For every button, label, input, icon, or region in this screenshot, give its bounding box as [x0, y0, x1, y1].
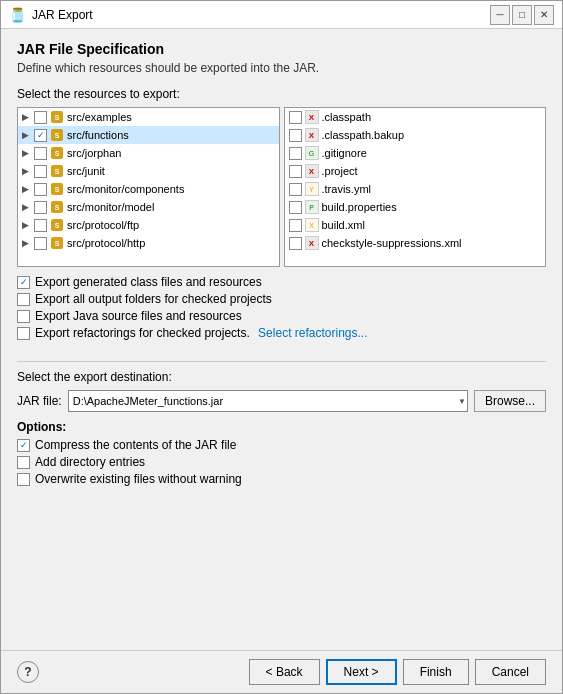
right-file-list[interactable]: X .classpath X .classpath.bakup G .gitig…: [284, 107, 547, 267]
item-checkbox[interactable]: [34, 201, 47, 214]
resources-panel: ▶ S src/examples ▶ S src/functions ▶ S s…: [17, 107, 546, 267]
page-subtitle: Define which resources should be exporte…: [17, 61, 546, 75]
item-checkbox[interactable]: [289, 237, 302, 250]
list-item[interactable]: ▶ S src/examples: [18, 108, 279, 126]
item-checkbox[interactable]: [34, 237, 47, 250]
item-name: src/jorphan: [67, 147, 121, 159]
finish-button[interactable]: Finish: [403, 659, 469, 685]
expand-arrow: ▶: [22, 130, 34, 140]
close-button[interactable]: ✕: [534, 5, 554, 25]
jar-file-select[interactable]: D:\ApacheJMeter_functions.jar: [68, 390, 468, 412]
window-title: JAR Export: [32, 8, 93, 22]
jar-export-window: 🫙 JAR Export ─ □ ✕ JAR File Specificatio…: [0, 0, 563, 694]
option-row: Export all output folders for checked pr…: [17, 292, 546, 306]
add-directory-checkbox[interactable]: [17, 456, 30, 469]
travis-icon: Y: [305, 182, 319, 196]
back-button[interactable]: < Back: [249, 659, 320, 685]
item-name: .travis.yml: [322, 183, 372, 195]
item-checkbox[interactable]: [34, 219, 47, 232]
nav-buttons: < Back Next > Finish Cancel: [249, 659, 546, 685]
item-checkbox[interactable]: [289, 129, 302, 142]
help-button[interactable]: ?: [17, 661, 39, 683]
list-item[interactable]: X build.xml: [285, 216, 546, 234]
expand-arrow: ▶: [22, 112, 34, 122]
cancel-button[interactable]: Cancel: [475, 659, 546, 685]
item-checkbox[interactable]: [34, 165, 47, 178]
compress-checkbox[interactable]: [17, 439, 30, 452]
classpath-icon: X: [305, 110, 319, 124]
main-content: JAR File Specification Define which reso…: [1, 29, 562, 650]
list-item[interactable]: X .classpath.bakup: [285, 126, 546, 144]
item-checkbox[interactable]: [289, 147, 302, 160]
item-name: src/monitor/components: [67, 183, 184, 195]
list-item[interactable]: X checkstyle-suppressions.xml: [285, 234, 546, 252]
export-refactorings-checkbox[interactable]: [17, 327, 30, 340]
item-name: .gitignore: [322, 147, 367, 159]
expand-arrow: ▶: [22, 166, 34, 176]
option-row: Export refactorings for checked projects…: [17, 326, 546, 340]
folder-icon: S: [50, 218, 64, 232]
minimize-button[interactable]: ─: [490, 5, 510, 25]
left-file-list[interactable]: ▶ S src/examples ▶ S src/functions ▶ S s…: [17, 107, 280, 267]
folder-icon: S: [50, 110, 64, 124]
list-item[interactable]: ▶ S src/monitor/model: [18, 198, 279, 216]
list-item[interactable]: ▶ S src/protocol/http: [18, 234, 279, 252]
list-item[interactable]: ▶ S src/protocol/ftp: [18, 216, 279, 234]
list-item[interactable]: ▶ S src/monitor/components: [18, 180, 279, 198]
checkstyle-icon: X: [305, 236, 319, 250]
maximize-button[interactable]: □: [512, 5, 532, 25]
expand-arrow: ▶: [22, 148, 34, 158]
folder-icon: S: [50, 182, 64, 196]
item-name: src/junit: [67, 165, 105, 177]
expand-arrow: ▶: [22, 184, 34, 194]
list-item[interactable]: P build.properties: [285, 198, 546, 216]
item-checkbox[interactable]: [289, 111, 302, 124]
export-source-files-checkbox[interactable]: [17, 310, 30, 323]
gitignore-icon: G: [305, 146, 319, 160]
build-xml-icon: X: [305, 218, 319, 232]
option-row: Compress the contents of the JAR file: [17, 438, 546, 452]
page-title: JAR File Specification: [17, 41, 546, 57]
item-name: src/examples: [67, 111, 132, 123]
item-checkbox[interactable]: [289, 165, 302, 178]
option-row: Export Java source files and resources: [17, 309, 546, 323]
browse-button[interactable]: Browse...: [474, 390, 546, 412]
list-item[interactable]: ▶ S src/functions: [18, 126, 279, 144]
export-class-files-checkbox[interactable]: [17, 276, 30, 289]
item-name: src/functions: [67, 129, 129, 141]
export-output-folders-label: Export all output folders for checked pr…: [35, 292, 272, 306]
export-source-files-label: Export Java source files and resources: [35, 309, 242, 323]
select-refactorings-link[interactable]: Select refactorings...: [258, 326, 367, 340]
expand-arrow: ▶: [22, 202, 34, 212]
item-name: src/protocol/http: [67, 237, 145, 249]
next-button[interactable]: Next >: [326, 659, 397, 685]
item-checkbox[interactable]: [34, 147, 47, 160]
export-output-folders-checkbox[interactable]: [17, 293, 30, 306]
item-checkbox[interactable]: [289, 201, 302, 214]
list-item[interactable]: X .classpath: [285, 108, 546, 126]
add-directory-label: Add directory entries: [35, 455, 145, 469]
item-checkbox[interactable]: [34, 129, 47, 142]
expand-arrow: ▶: [22, 238, 34, 248]
item-name: .project: [322, 165, 358, 177]
list-item[interactable]: ▶ S src/jorphan: [18, 144, 279, 162]
item-checkbox[interactable]: [34, 183, 47, 196]
folder-icon: S: [50, 128, 64, 142]
resources-section-label: Select the resources to export:: [17, 87, 546, 101]
item-checkbox[interactable]: [34, 111, 47, 124]
options-section-label: Options:: [17, 420, 546, 434]
list-item[interactable]: Y .travis.yml: [285, 180, 546, 198]
list-item[interactable]: X .project: [285, 162, 546, 180]
list-item[interactable]: ▶ S src/junit: [18, 162, 279, 180]
item-name: src/protocol/ftp: [67, 219, 139, 231]
jar-file-row: JAR file: D:\ApacheJMeter_functions.jar …: [17, 390, 546, 412]
list-item[interactable]: G .gitignore: [285, 144, 546, 162]
item-checkbox[interactable]: [289, 183, 302, 196]
folder-icon: S: [50, 200, 64, 214]
item-name: checkstyle-suppressions.xml: [322, 237, 462, 249]
classpath-bak-icon: X: [305, 128, 319, 142]
item-checkbox[interactable]: [289, 219, 302, 232]
overwrite-checkbox[interactable]: [17, 473, 30, 486]
section-divider: [17, 361, 546, 362]
option-row: Add directory entries: [17, 455, 546, 469]
